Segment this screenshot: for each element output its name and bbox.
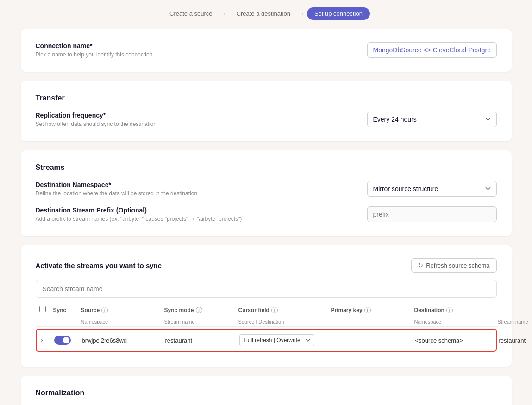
row-expand-button[interactable]: › xyxy=(40,336,44,344)
th-destination-label: Destination xyxy=(414,307,444,313)
sub-th-empty3 xyxy=(331,319,414,324)
sub-th-empty1 xyxy=(39,319,53,324)
connection-name-label-group: Connection name* Pick a name to help you… xyxy=(36,42,267,59)
sub-th-empty2 xyxy=(53,319,81,324)
th-source: Source i xyxy=(81,307,164,313)
th-primary-key: Primary key i xyxy=(331,307,414,313)
refresh-icon: ↻ xyxy=(418,262,423,269)
sub-th-stream-name: Stream name xyxy=(164,319,238,324)
streams-section-title: Streams xyxy=(36,163,497,172)
connection-name-input[interactable] xyxy=(367,42,497,58)
activate-streams-card: Activate the streams you want to sync ↻ … xyxy=(21,245,512,367)
replication-select[interactable]: Every 24 hours Every 12 hours Every 6 ho… xyxy=(367,112,497,127)
table-row: › brwjpel2re6s8wd restaurant Full refres… xyxy=(36,329,497,352)
nav-step-destination[interactable]: Create a destination xyxy=(229,7,298,20)
destination-namespace-control: Mirror source structure Custom format De… xyxy=(367,181,497,197)
refresh-schema-button[interactable]: ↻ Refresh source schema xyxy=(411,258,496,273)
th-sync-mode: Sync mode i xyxy=(164,307,238,313)
connection-name-row: Connection name* Pick a name to help you… xyxy=(36,42,497,59)
refresh-label: Refresh source schema xyxy=(426,262,489,269)
replication-label-group: Replication frequency* Set how often dat… xyxy=(36,112,267,128)
row-sync-mode-cell: Full refresh | Overwrite Incremental | A… xyxy=(239,334,332,346)
connection-name-title: Connection name* xyxy=(36,42,267,50)
connection-name-desc: Pick a name to help you identify this co… xyxy=(36,51,267,59)
activate-header: Activate the streams you want to sync ↻ … xyxy=(36,258,497,273)
sub-th-namespace: Namespace xyxy=(81,319,164,324)
replication-control: Every 24 hours Every 12 hours Every 6 ho… xyxy=(367,112,497,127)
row-dest-namespace: <source schema> xyxy=(415,337,499,344)
stream-prefix-label-group: Destination Stream Prefix (Optional) Add… xyxy=(36,206,267,223)
replication-desc: Set how often data should sync to the de… xyxy=(36,120,267,128)
toggle-slider xyxy=(54,336,71,345)
destination-info-icon[interactable]: i xyxy=(446,307,453,313)
row-stream-name: restaurant xyxy=(165,337,239,344)
destination-namespace-row: Destination Namespace* Define the locati… xyxy=(36,181,497,198)
row-toggle-cell xyxy=(54,336,82,345)
th-cursor-field-label: Cursor field xyxy=(238,307,269,313)
source-info-icon[interactable]: i xyxy=(101,307,108,313)
th-source-label: Source xyxy=(81,307,100,313)
main-content: Connection name* Pick a name to help you… xyxy=(12,29,521,405)
nav-divider-2: › xyxy=(301,11,303,17)
nav-step-source[interactable]: Create a source xyxy=(162,7,220,20)
stream-prefix-label: Destination Stream Prefix (Optional) xyxy=(36,206,267,214)
th-checkbox xyxy=(39,306,53,314)
normalization-title: Normalization xyxy=(36,389,497,397)
th-primary-key-label: Primary key xyxy=(331,307,363,313)
replication-label: Replication frequency* xyxy=(36,112,267,119)
table-sub-headers: Namespace Stream name Source | Destinati… xyxy=(36,317,497,327)
th-destination: Destination i xyxy=(414,307,498,313)
transfer-card: Transfer Replication frequency* Set how … xyxy=(21,81,512,141)
replication-frequency-row: Replication frequency* Set how often dat… xyxy=(36,112,497,128)
th-sync: Sync xyxy=(53,307,81,313)
search-stream-input[interactable] xyxy=(36,280,497,298)
th-cursor-field: Cursor field i xyxy=(238,307,331,313)
destination-namespace-desc: Define the location where the data will … xyxy=(36,190,267,198)
stream-prefix-row: Destination Stream Prefix (Optional) Add… xyxy=(36,206,497,223)
nav-divider-1: › xyxy=(224,11,225,17)
destination-namespace-label: Destination Namespace* xyxy=(36,181,267,188)
select-all-checkbox[interactable] xyxy=(39,306,46,312)
row-chevron-cell: › xyxy=(40,336,54,344)
primary-key-info-icon[interactable]: i xyxy=(364,307,371,313)
transfer-section-title: Transfer xyxy=(36,94,497,102)
sub-th-dest-stream-name: Stream name xyxy=(498,319,532,324)
row-dest-stream-name: restaurant xyxy=(499,337,532,344)
stream-prefix-control xyxy=(367,206,497,222)
normalization-card: Normalization Raw data (JSON) Normalized… xyxy=(21,376,512,405)
stream-prefix-desc: Add a prefix to stream names (ex. "airby… xyxy=(36,215,267,223)
sync-mode-info-icon[interactable]: i xyxy=(196,307,202,313)
destination-namespace-label-group: Destination Namespace* Define the locati… xyxy=(36,181,267,198)
row-sync-toggle[interactable] xyxy=(54,336,71,345)
top-nav: Create a source › Create a destination ›… xyxy=(0,0,532,29)
connection-name-card: Connection name* Pick a name to help you… xyxy=(21,29,512,72)
nav-step-connection[interactable]: Set up connection xyxy=(307,7,370,20)
cursor-field-info-icon[interactable]: i xyxy=(271,307,278,313)
sub-th-dest-namespace: Namespace xyxy=(414,319,498,324)
connection-name-control xyxy=(367,42,497,58)
th-sync-label: Sync xyxy=(53,307,67,313)
row-namespace: brwjpel2re6s8wd xyxy=(82,337,165,344)
th-sync-mode-label: Sync mode xyxy=(164,307,194,313)
sub-th-source-dest: Source | Destination xyxy=(238,319,331,324)
destination-namespace-select[interactable]: Mirror source structure Custom format De… xyxy=(367,181,497,197)
stream-prefix-input[interactable] xyxy=(367,206,497,222)
activate-title: Activate the streams you want to sync xyxy=(36,262,162,269)
streams-card: Streams Destination Namespace* Define th… xyxy=(21,150,512,237)
table-header: Sync Source i Sync mode i Cursor field i… xyxy=(36,303,497,317)
row-sync-mode-select[interactable]: Full refresh | Overwrite Incremental | A… xyxy=(239,334,314,346)
